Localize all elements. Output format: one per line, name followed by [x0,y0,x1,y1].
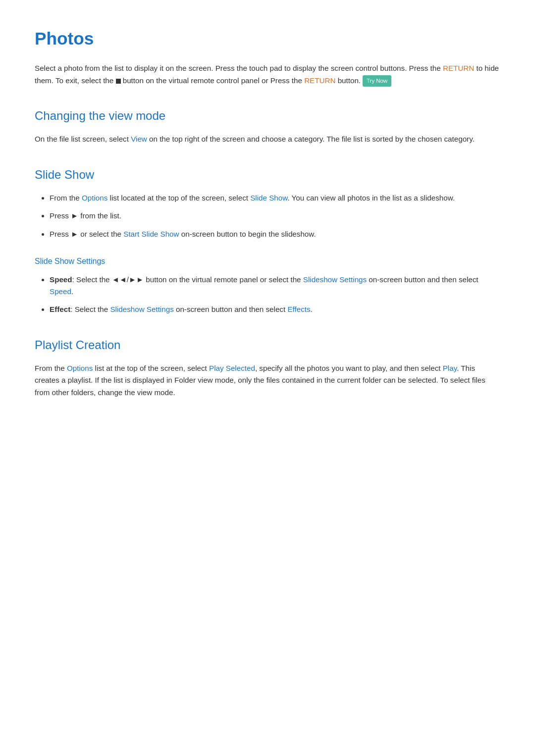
return-link-2[interactable]: RETURN [304,76,335,85]
intro-paragraph: Select a photo from the list to display … [35,62,500,87]
playlist-creation-paragraph: From the Options list at the top of the … [35,362,500,399]
list-item-slideshow-1: From the Options list located at the top… [50,192,500,204]
speed-link[interactable]: Speed [50,287,71,296]
options-link-2[interactable]: Options [67,364,93,372]
slideshow-settings-link-2[interactable]: Slideshow Settings [110,305,173,313]
intro-text-1: Select a photo from the list to display … [35,64,443,72]
ss1-text2: list located at the top of the screen, s… [107,194,250,202]
changing-view-mode-paragraph: On the file list screen, select View on … [35,133,500,145]
speed-text1: : Select the ◄◄/►► button on the virtual… [72,275,303,284]
page-title: Photos [35,25,500,52]
try-now-badge[interactable]: Try Now [363,75,391,86]
section-heading-slide-show: Slide Show [35,165,500,184]
effect-text1: : Select the [70,305,110,313]
slide-show-list: From the Options list located at the top… [50,192,500,240]
pc-text1: From the [35,364,67,372]
section-heading-playlist-creation: Playlist Creation [35,336,500,354]
ss1-text3: . You can view all photos in the list as… [287,194,455,202]
cvm-text-before: On the file list screen, select [35,135,131,143]
ss3-text2: on-screen button to begin the slideshow. [179,230,316,238]
slideshow-settings-link-1[interactable]: Slideshow Settings [303,275,367,284]
view-link[interactable]: View [131,135,147,143]
subsection-heading-slide-show-settings: Slide Show Settings [35,255,500,268]
start-slide-show-link[interactable]: Start Slide Show [123,230,179,238]
list-item-slideshow-2: Press ► from the list. [50,210,500,222]
return-link-1[interactable]: RETURN [443,64,474,72]
effect-text2: on-screen button and then select [174,305,288,313]
slide-show-link[interactable]: Slide Show [250,194,287,202]
effect-label: Effect [50,305,70,313]
effects-link[interactable]: Effects [287,305,310,313]
ss1-text1: From the [50,194,82,202]
speed-text3: . [71,287,73,296]
section-heading-changing-view-mode: Changing the view mode [35,106,500,125]
ss2-text: Press ► from the list. [50,211,121,220]
intro-text-3: button on the virtual remote control pan… [121,76,305,85]
cvm-text-after: on the top right of the screen and choos… [147,135,475,143]
pc-text2: list at the top of the screen, select [93,364,209,372]
list-item-slideshow-3: Press ► or select the Start Slide Show o… [50,228,500,240]
intro-text-4: button. [335,76,361,85]
effect-text3: . [311,305,313,313]
speed-text2: on-screen button and then select [367,275,478,284]
play-link[interactable]: Play [443,364,457,372]
list-item-effect: Effect: Select the Slideshow Settings on… [50,303,500,315]
options-link-1[interactable]: Options [82,194,107,202]
play-selected-link[interactable]: Play Selected [209,364,255,372]
slide-show-settings-list: Speed: Select the ◄◄/►► button on the vi… [50,274,500,316]
speed-label: Speed [50,275,72,284]
stop-icon [116,79,121,84]
pc-text3: , specify all the photos you want to pla… [255,364,443,372]
ss3-text1: Press ► or select the [50,230,123,238]
list-item-speed: Speed: Select the ◄◄/►► button on the vi… [50,274,500,298]
